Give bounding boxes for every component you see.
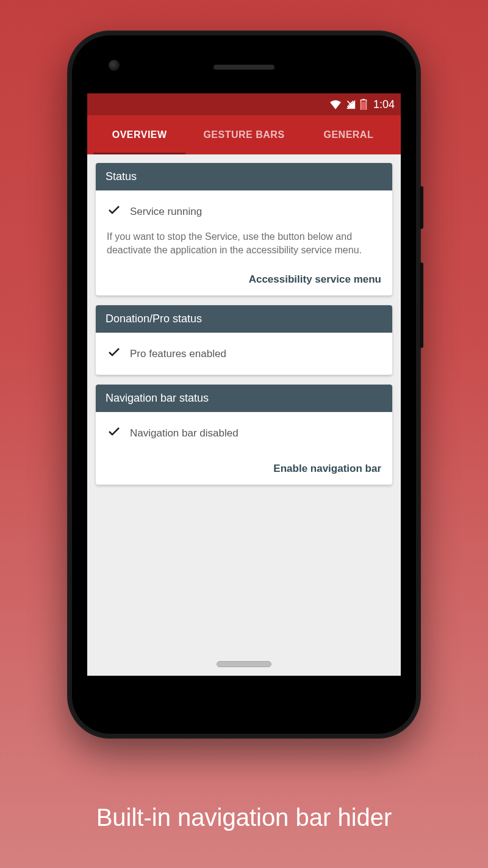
earpiece-speaker: [214, 65, 274, 70]
power-button: [420, 186, 423, 229]
check-icon: [107, 345, 121, 363]
card-navbar: Navigation bar status Navigation bar dis…: [96, 385, 392, 485]
card-status: Status Service running If you want to st…: [96, 163, 392, 295]
svg-rect-2: [361, 102, 366, 110]
promo-caption: Built-in navigation bar hider: [0, 804, 488, 831]
content-area: Status Service running If you want to st…: [87, 154, 401, 493]
status-row: Service running: [107, 199, 381, 226]
card-donation: Donation/Pro status Pro features enabled: [96, 305, 392, 375]
accessibility-menu-button[interactable]: Accessibility service menu: [96, 265, 392, 295]
clock-text: 1:04: [373, 98, 395, 111]
tab-general[interactable]: GENERAL: [296, 115, 401, 154]
status-bar: 1:04: [87, 93, 401, 115]
tab-label: GESTURE BARS: [203, 129, 284, 140]
cellular-icon: [345, 99, 356, 109]
tab-label: OVERVIEW: [112, 129, 167, 140]
screen: 1:04 OVERVIEW GESTURE BARS GENERAL Statu…: [87, 93, 401, 676]
status-text: Service running: [130, 206, 202, 218]
status-row: Pro features enabled: [107, 341, 381, 369]
tab-overview[interactable]: OVERVIEW: [87, 115, 192, 154]
card-header: Navigation bar status: [96, 385, 392, 412]
card-header: Donation/Pro status: [96, 305, 392, 333]
enable-navbar-button[interactable]: Enable navigation bar: [96, 454, 392, 485]
status-text: Navigation bar disabled: [130, 427, 239, 439]
card-header: Status: [96, 163, 392, 190]
front-camera: [109, 60, 120, 71]
check-icon: [107, 424, 121, 442]
wifi-icon: [329, 99, 342, 109]
home-indicator[interactable]: [217, 661, 271, 667]
status-text: Pro features enabled: [130, 348, 226, 360]
check-icon: [107, 203, 121, 220]
tab-gesture-bars[interactable]: GESTURE BARS: [192, 115, 296, 154]
phone-frame: 1:04 OVERVIEW GESTURE BARS GENERAL Statu…: [67, 31, 421, 739]
tab-bar: OVERVIEW GESTURE BARS GENERAL: [87, 115, 401, 154]
tab-label: GENERAL: [323, 129, 373, 140]
status-description: If you want to stop the Service, use the…: [107, 226, 381, 259]
volume-button: [420, 262, 423, 348]
status-row: Navigation bar disabled: [107, 421, 381, 448]
battery-icon: [360, 99, 367, 110]
